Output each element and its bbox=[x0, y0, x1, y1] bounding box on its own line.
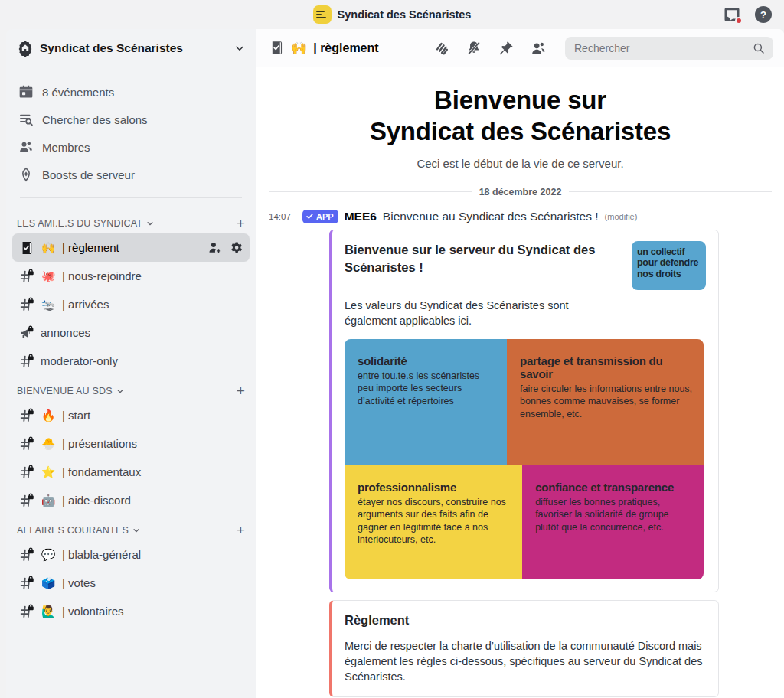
help-icon[interactable]: ? bbox=[755, 6, 772, 23]
hashtag-lock-icon bbox=[19, 269, 34, 284]
topbar-title-text: Syndicat des Scénaristes bbox=[338, 8, 472, 21]
welcome-title: Bienvenue sur Syndicat des Scénaristes bbox=[272, 84, 769, 148]
channel-item[interactable]: 🔥 | start bbox=[12, 401, 250, 429]
announcement-lock-icon bbox=[19, 325, 34, 341]
server-header[interactable]: Syndicat des Scénaristes bbox=[6, 29, 256, 67]
channel-emoji: 🐙 bbox=[41, 269, 56, 283]
create-channel-icon[interactable]: + bbox=[237, 219, 245, 228]
chevron-down-icon bbox=[132, 527, 140, 534]
search-input[interactable]: Rechercher bbox=[565, 37, 773, 60]
value-quadrant-partage: partage et transmission du savoir faire … bbox=[507, 339, 704, 465]
message-author[interactable]: MEE6 bbox=[345, 210, 377, 223]
notifications-muted-icon[interactable] bbox=[466, 40, 482, 57]
topbar: Syndicat des Scénaristes ? bbox=[0, 0, 784, 29]
create-channel-icon[interactable]: + bbox=[237, 387, 245, 396]
channel-item[interactable]: moderator-only bbox=[12, 347, 250, 375]
channel-item[interactable]: 🤖 | aide-discord bbox=[12, 486, 250, 514]
channel-item[interactable]: 🗳️ | votes bbox=[12, 569, 250, 597]
welcome-subtitle: Ceci est le début de la vie de ce serveu… bbox=[272, 157, 769, 170]
category-label: BIENVENUE AU SDS bbox=[17, 386, 113, 396]
channel-emoji: 🙌 bbox=[291, 40, 307, 56]
hashtag-lock-icon bbox=[19, 465, 34, 480]
sidebar-item-label: Membres bbox=[42, 141, 90, 154]
channel-name: annonces bbox=[41, 326, 90, 339]
server-logo-icon bbox=[313, 5, 332, 24]
member-list-icon[interactable] bbox=[530, 40, 547, 57]
sidebar-divider bbox=[20, 197, 242, 198]
date-divider-label: 18 décembre 2022 bbox=[479, 187, 562, 197]
channel-name: | règlement bbox=[62, 241, 119, 254]
channel-emoji: 🤖 bbox=[41, 494, 56, 507]
topbar-title: Syndicat des Scénaristes bbox=[313, 5, 472, 24]
channel-name: moderator-only bbox=[41, 354, 118, 367]
channel-name: | arrivées bbox=[62, 298, 109, 311]
search-placeholder: Rechercher bbox=[574, 42, 629, 54]
message-text: Bienvenue au Syndicat des Scénaristes ! bbox=[383, 210, 599, 223]
sidebar-item-browse-channels[interactable]: Chercher des salons bbox=[12, 106, 250, 133]
pinned-messages-icon[interactable] bbox=[498, 40, 514, 57]
embed-description: Merci de respecter la charte d’utilisati… bbox=[345, 638, 706, 684]
app-shell: Syndicat des Scénaristes 8 événements Ch… bbox=[0, 29, 784, 698]
date-divider: 18 décembre 2022 bbox=[269, 187, 772, 197]
category-header[interactable]: AFFAIRES COURANTES + bbox=[12, 514, 250, 540]
channel-item[interactable]: 💬 | blabla-général bbox=[12, 540, 250, 569]
channel-name: | start bbox=[62, 409, 90, 422]
hashtag-lock-icon bbox=[19, 547, 34, 563]
channel-emoji: 🛬 bbox=[41, 298, 56, 311]
channel-item[interactable]: 🐣 | présentations bbox=[12, 429, 250, 458]
app-badge: APP bbox=[302, 210, 338, 223]
channel-list: LES AMI.E.S DU SYNDICAT + 🙌 | règlement … bbox=[12, 207, 250, 625]
message-edited-tag: (modifié) bbox=[605, 212, 638, 221]
value-quadrant-solidarite: solidarité entre tou.te.s les scénariste… bbox=[345, 339, 507, 465]
channel-item[interactable]: ⭐ | fondamentaux bbox=[12, 458, 250, 486]
sidebar-item-events[interactable]: 8 événements bbox=[12, 78, 250, 106]
channel-sidebar-scroll: 8 événements Chercher des salons Membres… bbox=[6, 67, 256, 631]
invite-people-icon[interactable] bbox=[207, 240, 222, 255]
category-header[interactable]: LES AMI.E.S DU SYNDICAT + bbox=[12, 207, 250, 233]
channel-item[interactable]: 🐙 | nous-rejoindre bbox=[12, 262, 250, 290]
channel-header: 🙌 | règlement Rechercher bbox=[256, 29, 784, 67]
message: 14:07 APP MEE6 Bienvenue au Syndicat des… bbox=[256, 205, 784, 697]
chevron-down-icon bbox=[116, 387, 124, 395]
hashtag-lock-icon bbox=[19, 493, 34, 508]
channel-name: | fondamentaux bbox=[62, 465, 141, 478]
check-icon bbox=[305, 212, 314, 220]
create-channel-icon[interactable]: + bbox=[237, 526, 245, 535]
channel-settings-gear-icon[interactable] bbox=[229, 240, 243, 255]
embed-thumbnail[interactable]: un collectif pour défendre nos droits bbox=[632, 241, 706, 290]
channel-name: | volontaires bbox=[62, 605, 124, 618]
channel-item[interactable]: 🛬 | arrivées bbox=[12, 290, 250, 318]
channel-name: | présentations bbox=[62, 437, 137, 450]
channel-emoji: 🙌 bbox=[41, 241, 56, 255]
inbox-notification-dot bbox=[735, 17, 743, 24]
channel-item[interactable]: 🙌 | règlement bbox=[12, 233, 250, 262]
channel-emoji: ⭐ bbox=[41, 465, 56, 479]
hashtag-lock-icon bbox=[19, 354, 34, 369]
value-quadrant-confiance: confiance et transparence diffuser les b… bbox=[522, 465, 704, 579]
threads-icon[interactable] bbox=[433, 40, 450, 57]
category-header[interactable]: BIENVENUE AU SDS + bbox=[12, 375, 250, 401]
sidebar-item-members[interactable]: Membres bbox=[12, 133, 250, 161]
channel-item[interactable]: annonces bbox=[12, 318, 250, 347]
category-label: AFFAIRES COURANTES bbox=[17, 525, 129, 536]
channel-emoji: 🙋‍♂️ bbox=[41, 605, 56, 618]
hashtag-lock-icon bbox=[19, 604, 34, 619]
hashtag-lock-icon bbox=[19, 436, 34, 452]
values-image[interactable]: solidarité entre tou.te.s les scénariste… bbox=[345, 339, 704, 579]
chevron-down-icon bbox=[234, 43, 245, 54]
channel-name: | nous-rejoindre bbox=[62, 269, 142, 282]
community-home-icon bbox=[17, 40, 34, 57]
rules-embed: Règlement Merci de respecter la charte d… bbox=[329, 600, 719, 697]
channel-emoji: 🗳️ bbox=[41, 576, 56, 590]
calendar-icon bbox=[18, 84, 34, 99]
embed-description: Les valeurs du Syndicat des Scénaristes … bbox=[345, 298, 609, 328]
hashtag-lock-icon bbox=[19, 408, 34, 423]
inbox-icon[interactable] bbox=[723, 5, 741, 24]
rules-channel-icon bbox=[19, 240, 34, 256]
embed-title: Règlement bbox=[345, 612, 706, 629]
channel-item[interactable]: 🙋‍♂️ | volontaires bbox=[12, 597, 250, 625]
chevron-down-icon bbox=[146, 220, 154, 227]
message-timestamp: 14:07 bbox=[269, 212, 296, 221]
sidebar-item-boosts[interactable]: Boosts de serveur bbox=[12, 161, 250, 188]
channel-emoji: 🐣 bbox=[41, 437, 56, 451]
